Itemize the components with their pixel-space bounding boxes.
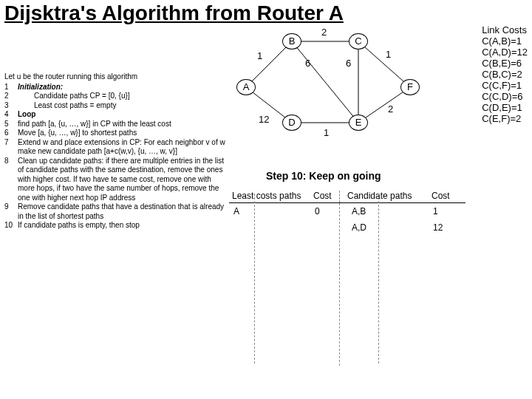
table-divider-1	[254, 194, 255, 364]
table-divider-2	[378, 194, 379, 364]
node-a: A	[236, 79, 256, 95]
link-cost-row: C(A,B)=1	[482, 36, 528, 47]
node-c: C	[349, 33, 368, 50]
algo-line-text: Remove candidate paths that have a desti…	[18, 202, 226, 221]
algo-line-num: 2	[4, 92, 18, 101]
table-cell: A,D	[347, 219, 429, 236]
algorithm-listing: Let u be the router running this algorit…	[4, 72, 226, 231]
graph-edges	[236, 27, 429, 145]
th-cand-paths: Candidate paths	[340, 191, 429, 202]
algo-line-text: Move [a, {u, …, w}] to shortest paths	[18, 129, 226, 138]
algo-line-num: 7	[4, 138, 18, 157]
link-cost-row: C(C,F)=1	[482, 81, 528, 92]
algo-line-num: 10	[4, 221, 18, 231]
svg-line-3	[292, 41, 358, 123]
algo-line-text: Loop	[18, 110, 226, 120]
edge-cf: 1	[386, 49, 391, 60]
algo-line: 7Extend w and place extensions in CP: Fo…	[4, 138, 226, 157]
algo-line-num: 4	[4, 110, 18, 120]
table-cell: 12	[429, 219, 458, 236]
algo-line-num: 3	[4, 101, 18, 111]
algo-line: 6Move [a, {u, …, w}] to shortest paths	[4, 129, 226, 138]
link-cost-row: C(D,E)=1	[482, 103, 528, 114]
algo-line-num: 8	[4, 157, 18, 203]
algo-line: 2Candidate paths CP = [0, {u}]	[4, 92, 226, 101]
link-cost-row: C(B,C)=2	[482, 69, 528, 81]
algo-line-text: Extend w and place extensions in CP: For…	[18, 138, 226, 157]
step-caption: Step 10: Keep on going	[266, 170, 381, 182]
algo-line-num: 9	[4, 202, 18, 221]
edge-ce: 6	[346, 58, 351, 69]
link-cost-row: C(C,D)=6	[482, 92, 528, 103]
th-cand-cost: Cost	[429, 191, 458, 202]
algo-line: 1Initialization:	[4, 83, 226, 92]
svg-line-2	[358, 41, 410, 87]
edge-be: 6	[305, 58, 310, 69]
th-least-cost: Cost	[310, 191, 340, 202]
algo-line-num: 6	[4, 129, 18, 138]
algo-line: 4Loop	[4, 110, 226, 120]
algo-line: 5find path [a, {u, …, w}] in CP with the…	[4, 120, 226, 129]
node-e: E	[349, 115, 368, 131]
table-cell: A	[229, 203, 310, 219]
edge-ad: 12	[259, 114, 269, 125]
page-title: Dijsktra's Algorithm from Router A	[0, 0, 532, 27]
algo-intro: Let u be the router running this algorit…	[4, 72, 226, 82]
paths-tables: Least costs paths Cost Candidate paths C…	[229, 191, 466, 366]
algo-line-text: If candidate paths is empty, then stop	[18, 221, 226, 231]
edge-ef: 2	[388, 103, 393, 115]
edge-bc: 2	[321, 27, 327, 38]
table-cell: A,B	[347, 203, 429, 219]
svg-line-0	[246, 41, 292, 87]
link-costs-heading: Link Costs	[482, 25, 528, 36]
network-graph: A B C D E F 1 2 1 6 6 12 1 2	[236, 27, 429, 145]
algo-line-num: 5	[4, 120, 18, 129]
algo-line-text: find path [a, {u, …, w}] in CP with the …	[18, 120, 226, 129]
node-b: B	[282, 33, 301, 50]
algo-line-text: Clean up candidate paths: if there are m…	[18, 157, 226, 203]
link-cost-row: C(E,F)=2	[482, 114, 528, 125]
algo-line: 8Clean up candidate paths: if there are …	[4, 157, 226, 203]
algo-line: 3Least cost paths = empty	[4, 101, 226, 111]
algo-line-text: Least cost paths = empty	[18, 101, 226, 111]
algo-line: 10If candidate paths is empty, then stop	[4, 221, 226, 231]
algo-line-text: Candidate paths CP = [0, {u}]	[18, 92, 226, 101]
node-f: F	[400, 79, 420, 95]
table-cell: 0	[310, 203, 339, 219]
link-cost-row: C(A,D)=12	[482, 47, 528, 58]
edge-de: 1	[324, 127, 329, 138]
algo-line-text: Initialization:	[18, 83, 226, 92]
edge-ab: 1	[257, 50, 262, 61]
algo-line-num: 1	[4, 83, 18, 92]
link-cost-row: C(B,E)=6	[482, 58, 528, 69]
table-cell: 1	[429, 203, 458, 219]
node-d: D	[282, 115, 301, 131]
algo-line: 9Remove candidate paths that have a dest…	[4, 202, 226, 221]
link-costs: Link Costs C(A,B)=1C(A,D)=12C(B,E)=6C(B,…	[482, 25, 528, 124]
th-least-paths: Least costs paths	[229, 191, 310, 202]
